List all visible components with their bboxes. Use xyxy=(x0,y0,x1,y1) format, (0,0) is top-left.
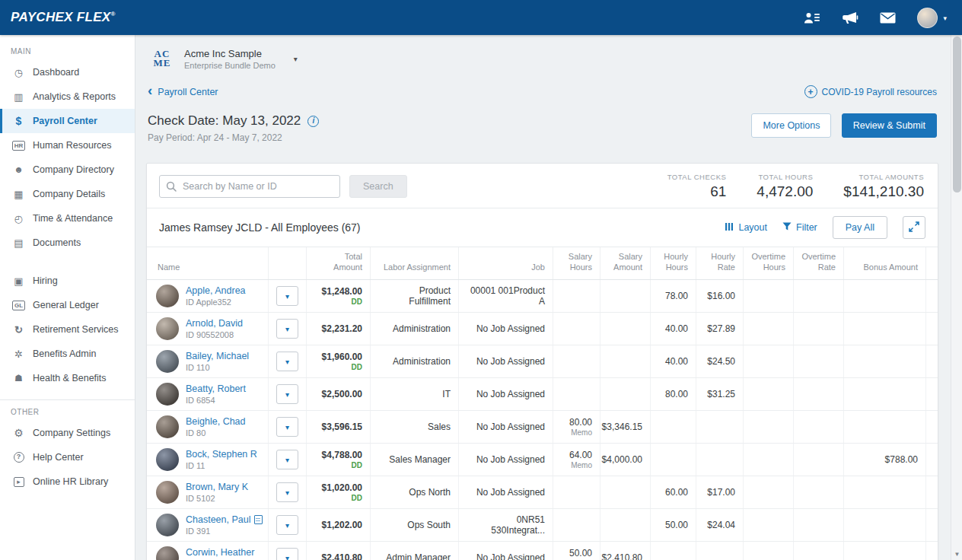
salary-amount-cell[interactable]: $2,410.80 xyxy=(600,542,651,560)
column-header-name[interactable]: Name xyxy=(147,247,269,279)
sidebar-item-dashboard[interactable]: Dashboard xyxy=(0,60,135,84)
column-header-overtime-rate[interactable]: Overtime Rate xyxy=(794,247,844,279)
hourly-hours-cell[interactable]: 40.00 xyxy=(651,313,696,345)
employee-name-link[interactable]: Corwin, Heather xyxy=(186,547,254,558)
overtime-hours-cell[interactable] xyxy=(744,509,794,541)
salary-hours-cell[interactable] xyxy=(553,476,600,508)
sidebar-item-company-details[interactable]: Company Details xyxy=(0,182,135,206)
info-icon[interactable] xyxy=(307,116,319,127)
hourly-hours-cell[interactable] xyxy=(651,444,696,476)
hourly-rate-cell[interactable]: $27.89 xyxy=(696,313,744,345)
employee-name-link[interactable]: Beatty, Robert xyxy=(186,383,246,394)
overtime-hours-cell[interactable] xyxy=(744,313,794,345)
check-options-dropdown[interactable] xyxy=(276,286,298,306)
sidebar-item-human-resources[interactable]: Human Resources xyxy=(0,133,135,158)
column-header-labor-assignment[interactable]: Labor Assignment xyxy=(371,247,459,279)
hourly-hours-cell[interactable]: 78.00 xyxy=(651,280,696,312)
check-options-dropdown[interactable] xyxy=(276,482,298,502)
review-submit-button[interactable]: Review & Submit xyxy=(842,113,937,138)
hourly-hours-cell[interactable] xyxy=(651,411,696,443)
overtime-rate-cell[interactable] xyxy=(794,444,844,476)
salary-amount-cell[interactable] xyxy=(600,476,651,508)
bonus-amount-cell[interactable] xyxy=(844,509,926,541)
hourly-rate-cell[interactable]: $24.04 xyxy=(696,509,744,541)
profile-menu[interactable] xyxy=(917,8,947,28)
bonus-amount-cell[interactable] xyxy=(844,476,926,508)
bonus-amount-cell[interactable] xyxy=(844,345,926,377)
column-header-total-amount[interactable]: Total Amount xyxy=(307,247,371,279)
employee-name-link[interactable]: Chasteen, Paul xyxy=(186,514,250,525)
employee-name-link[interactable]: Arnold, David xyxy=(186,318,243,329)
expand-table-button[interactable] xyxy=(903,216,925,239)
overtime-rate-cell[interactable] xyxy=(794,345,844,377)
hourly-hours-cell[interactable] xyxy=(651,542,696,560)
check-options-dropdown[interactable] xyxy=(276,319,298,339)
employee-name-link[interactable]: Beighle, Chad xyxy=(186,416,246,427)
sidebar-item-online-hr-library[interactable]: Online HR Library xyxy=(0,469,135,494)
sidebar-item-hiring[interactable]: Hiring xyxy=(0,269,135,293)
employee-name-link[interactable]: Bock, Stephen R xyxy=(186,449,257,460)
company-switcher[interactable]: AC ME Acme Inc Sample Enterprise Bundle … xyxy=(148,44,938,73)
sidebar-item-company-settings[interactable]: Company Settings xyxy=(0,421,135,445)
hourly-hours-cell[interactable]: 80.00 xyxy=(651,378,696,410)
overtime-hours-cell[interactable] xyxy=(744,542,794,560)
salary-hours-cell[interactable] xyxy=(553,313,600,345)
column-header-bonus-amount[interactable]: Bonus Amount xyxy=(844,247,926,279)
bonus-amount-cell[interactable] xyxy=(844,542,926,560)
hourly-rate-cell[interactable]: $17.00 xyxy=(696,476,744,508)
check-options-dropdown[interactable] xyxy=(276,515,298,535)
hourly-rate-cell[interactable] xyxy=(696,542,744,560)
sidebar-item-health-benefits[interactable]: Health & Benefits xyxy=(0,366,135,390)
page-scrollbar[interactable] xyxy=(951,35,962,560)
bonus-amount-cell[interactable] xyxy=(844,411,926,443)
column-header-salary-hours[interactable]: Salary Hours xyxy=(553,247,600,279)
hourly-rate-cell[interactable]: $16.00 xyxy=(696,280,744,312)
salary-hours-cell[interactable]: 64.00 Memo xyxy=(553,444,600,476)
column-header-overtime-hours[interactable]: Overtime Hours xyxy=(744,247,794,279)
bonus-amount-cell[interactable] xyxy=(844,280,926,312)
paychex-flex-logo[interactable]: PAYCHEX FLEX® xyxy=(11,10,116,25)
overtime-rate-cell[interactable] xyxy=(794,411,844,443)
overtime-rate-cell[interactable] xyxy=(794,476,844,508)
column-header-hourly-hours[interactable]: Hourly Hours xyxy=(651,247,696,279)
contacts-icon[interactable] xyxy=(804,11,820,24)
check-options-dropdown[interactable] xyxy=(276,450,298,469)
column-header-job[interactable]: Job xyxy=(459,247,553,279)
sidebar-item-company-directory[interactable]: Company Directory xyxy=(0,158,135,182)
employee-name-link[interactable]: Bailey, Michael xyxy=(186,351,249,361)
salary-hours-cell[interactable]: 80.00 Memo xyxy=(553,411,600,443)
overtime-hours-cell[interactable] xyxy=(744,378,794,410)
overtime-rate-cell[interactable] xyxy=(794,280,844,312)
scrollbar-down-arrow[interactable] xyxy=(951,549,962,560)
hourly-rate-cell[interactable]: $24.50 xyxy=(696,345,744,377)
salary-amount-cell[interactable]: $3,346.15 xyxy=(600,411,651,443)
overtime-hours-cell[interactable] xyxy=(744,345,794,377)
filter-button[interactable]: Filter xyxy=(782,222,817,233)
salary-hours-cell[interactable] xyxy=(553,280,600,312)
salary-amount-cell[interactable]: $4,000.00 xyxy=(600,444,651,476)
pay-all-button[interactable]: Pay All xyxy=(833,216,887,239)
salary-hours-cell[interactable]: 50.00 Memo xyxy=(553,542,600,560)
sidebar-item-analytics-reports[interactable]: Analytics & Reports xyxy=(0,84,135,109)
salary-amount-cell[interactable] xyxy=(600,378,651,410)
sidebar-item-documents[interactable]: Documents xyxy=(0,231,135,255)
layout-button[interactable]: Layout xyxy=(725,222,767,234)
salary-hours-cell[interactable] xyxy=(553,509,600,541)
bonus-amount-cell[interactable] xyxy=(844,313,926,345)
sidebar-item-benefits-admin[interactable]: Benefits Admin xyxy=(0,342,135,366)
overtime-rate-cell[interactable] xyxy=(794,378,844,410)
sidebar-item-help-center[interactable]: Help Center xyxy=(0,445,135,469)
salary-hours-cell[interactable] xyxy=(553,378,600,410)
employee-name-link[interactable]: Brown, Mary K xyxy=(186,482,248,492)
more-options-button[interactable]: More Options xyxy=(751,113,831,138)
overtime-rate-cell[interactable] xyxy=(794,313,844,345)
hourly-hours-cell[interactable]: 60.00 xyxy=(651,476,696,508)
search-button[interactable]: Search xyxy=(349,175,407,198)
column-header-hourly-rate[interactable]: Hourly Rate xyxy=(696,247,744,279)
salary-hours-cell[interactable] xyxy=(553,345,600,377)
overtime-hours-cell[interactable] xyxy=(744,411,794,443)
overtime-hours-cell[interactable] xyxy=(744,280,794,312)
hourly-hours-cell[interactable]: 50.00 xyxy=(651,509,696,541)
back-to-payroll-center-link[interactable]: Payroll Center xyxy=(148,86,218,97)
announcements-icon[interactable] xyxy=(842,11,858,24)
